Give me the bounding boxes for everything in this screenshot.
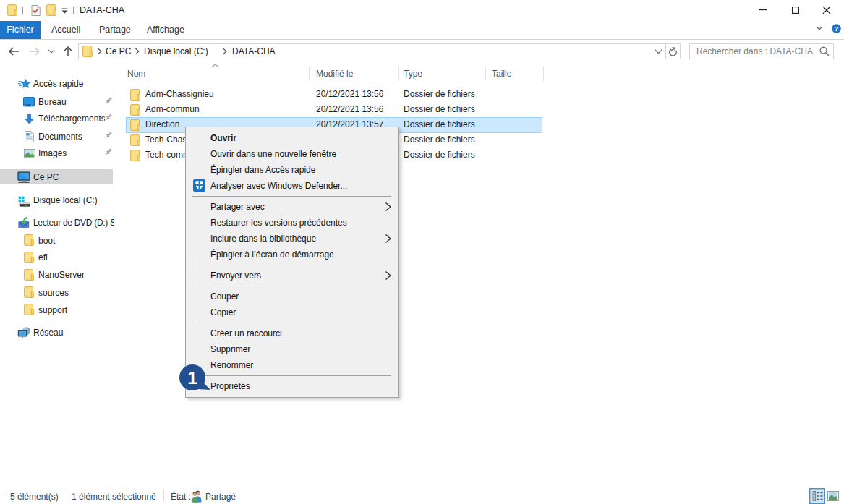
svg-text:1: 1 [187,368,197,388]
svg-text:?: ? [835,25,839,33]
